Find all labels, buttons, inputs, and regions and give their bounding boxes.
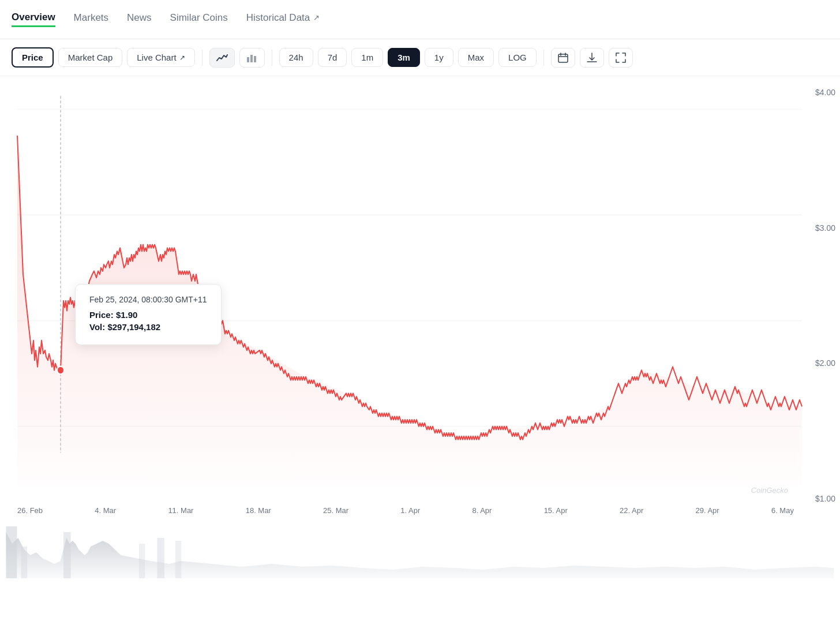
price-button[interactable]: Price	[12, 47, 54, 68]
1y-button[interactable]: 1y	[425, 48, 453, 67]
y-label-4: $4.00	[800, 88, 840, 97]
x-label-3: 18. Mar	[246, 506, 271, 515]
tab-news[interactable]: News	[127, 12, 152, 27]
x-label-6: 8. Apr	[472, 506, 492, 515]
x-label-10: 6. May	[771, 506, 794, 515]
svg-rect-16	[21, 547, 27, 578]
chart-area: Feb 25, 2024, 08:00:30 GMT+11 Price: $1.…	[0, 76, 840, 578]
line-chart-button[interactable]	[209, 48, 235, 68]
x-label-4: 25. Mar	[323, 506, 348, 515]
calendar-icon	[558, 53, 568, 63]
svg-rect-1	[250, 55, 253, 62]
3m-button[interactable]: 3m	[388, 48, 420, 67]
svg-rect-19	[157, 538, 164, 578]
log-button[interactable]: LOG	[498, 48, 537, 67]
external-link-icon: ↗	[179, 54, 185, 62]
svg-rect-2	[254, 56, 256, 62]
x-label-7: 15. Apr	[544, 506, 568, 515]
7d-button[interactable]: 7d	[318, 48, 347, 67]
fullscreen-icon	[616, 53, 626, 63]
x-label-8: 22. Apr	[620, 506, 643, 515]
price-chart	[0, 76, 840, 578]
separator	[202, 50, 202, 66]
download-button[interactable]	[580, 48, 604, 68]
y-label-3: $3.00	[800, 223, 840, 233]
watermark: CoinGecko	[751, 486, 788, 495]
calendar-button[interactable]	[551, 48, 575, 68]
x-label-5: 1. Apr	[400, 506, 420, 515]
x-label-0: 26. Feb	[17, 506, 43, 515]
svg-point-14	[57, 366, 64, 375]
y-axis: $4.00 $3.00 $2.00 $1.00	[800, 76, 840, 515]
external-link-icon: ↗	[313, 13, 320, 22]
svg-rect-17	[63, 532, 71, 578]
chart-container[interactable]: Feb 25, 2024, 08:00:30 GMT+11 Price: $1.…	[0, 76, 840, 578]
separator-2	[272, 50, 272, 66]
bar-chart-button[interactable]	[239, 48, 265, 68]
max-button[interactable]: Max	[458, 48, 494, 67]
volume-area	[0, 515, 840, 578]
x-label-2: 11. Mar	[168, 506, 193, 515]
y-label-1: $1.00	[800, 494, 840, 503]
x-axis: 26. Feb 4. Mar 11. Mar 18. Mar 25. Mar 1…	[17, 506, 794, 515]
download-icon	[587, 53, 597, 63]
separator-3	[543, 50, 544, 66]
line-chart-icon	[216, 53, 228, 63]
bar-chart-icon	[246, 53, 258, 63]
tab-historical-data[interactable]: Historical Data ↗	[246, 12, 320, 27]
y-label-2: $2.00	[800, 358, 840, 368]
tab-similar-coins[interactable]: Similar Coins	[170, 12, 228, 27]
x-label-9: 29. Apr	[695, 506, 719, 515]
svg-rect-18	[139, 544, 145, 578]
toolbar: Price Market Cap Live Chart ↗ 24h 7d 1m …	[0, 39, 840, 76]
svg-rect-20	[175, 541, 181, 578]
1m-button[interactable]: 1m	[351, 48, 383, 67]
svg-rect-15	[6, 526, 17, 578]
market-cap-button[interactable]: Market Cap	[58, 48, 123, 67]
nav-tabs: Overview Markets News Similar Coins Hist…	[0, 0, 840, 39]
svg-rect-3	[558, 54, 568, 62]
tab-markets[interactable]: Markets	[74, 12, 108, 27]
fullscreen-button[interactable]	[609, 48, 633, 68]
volume-chart	[0, 515, 840, 578]
svg-rect-0	[247, 57, 249, 62]
24h-button[interactable]: 24h	[279, 48, 313, 67]
x-label-1: 4. Mar	[95, 506, 116, 515]
live-chart-button[interactable]: Live Chart ↗	[127, 48, 194, 67]
tab-overview[interactable]: Overview	[12, 12, 55, 27]
